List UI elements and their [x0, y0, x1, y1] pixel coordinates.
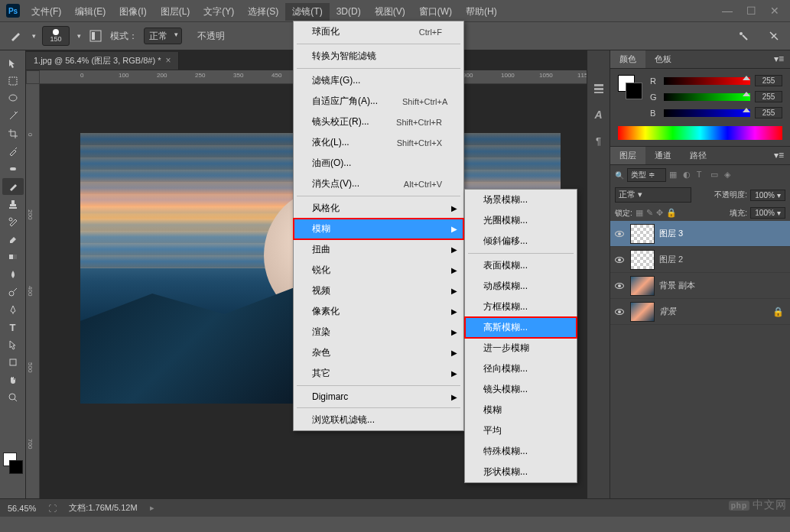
filter-type-select[interactable]: 类型 ≑ [627, 168, 666, 182]
tab-channels[interactable]: 通道 [645, 147, 681, 164]
visibility-toggle[interactable] [613, 231, 626, 237]
blur-menu-item[interactable]: 动感模糊... [465, 276, 577, 297]
r-value[interactable] [755, 75, 782, 86]
filter-menu-item[interactable]: 扭曲▶ [294, 239, 463, 260]
filter-menu-item[interactable]: 转换为智能滤镜 [294, 46, 463, 66]
g-slider[interactable] [664, 93, 750, 101]
dodge-tool[interactable] [2, 284, 24, 300]
paragraph-panel-icon[interactable]: ¶ [591, 133, 606, 148]
layer-thumbnail[interactable] [630, 276, 655, 296]
expand-icon[interactable]: ⛶ [48, 504, 57, 513]
menu-help[interactable]: 帮助(H) [459, 3, 504, 21]
panel-menu-icon[interactable]: ▾≡ [768, 147, 790, 164]
lock-pos-icon[interactable]: ✥ [656, 208, 663, 218]
lock-pixels-icon[interactable]: ✎ [646, 208, 653, 218]
shape-tool[interactable] [2, 354, 24, 371]
blur-menu-item[interactable]: 场景模糊... [465, 190, 577, 210]
b-value[interactable] [755, 107, 782, 118]
history-panel-icon[interactable] [591, 81, 606, 96]
tab-paths[interactable]: 路径 [681, 147, 716, 164]
menu-type[interactable]: 文字(Y) [197, 3, 241, 21]
menu-3d[interactable]: 3D(D) [330, 4, 368, 19]
move-tool[interactable] [2, 55, 24, 72]
blur-menu-item[interactable]: 方框模糊... [465, 297, 577, 317]
layer-thumbnail[interactable] [630, 302, 655, 322]
r-slider[interactable] [664, 77, 750, 85]
filter-menu-item[interactable]: 杂色▶ [294, 342, 463, 363]
filter-pixel-icon[interactable]: ▦ [669, 170, 680, 180]
tablet-pressure-icon[interactable] [766, 28, 782, 44]
close-button[interactable]: ✕ [770, 5, 779, 17]
tab-swatches[interactable]: 色板 [645, 50, 681, 68]
minimize-button[interactable]: — [722, 5, 733, 17]
doc-info[interactable]: 1.76M/5.12M [88, 503, 137, 512]
filter-menu-item[interactable]: 滤镜库(G)... [294, 70, 463, 91]
eraser-tool[interactable] [2, 231, 24, 248]
zoom-tool[interactable] [2, 389, 24, 406]
b-slider[interactable] [664, 109, 750, 117]
filter-menu-item[interactable]: 消失点(V)...Alt+Ctrl+V [294, 174, 463, 194]
filter-smart-icon[interactable]: ◈ [724, 170, 735, 180]
stamp-tool[interactable] [2, 196, 24, 212]
path-select-tool[interactable] [2, 336, 24, 353]
zoom-level[interactable]: 56.45% [8, 504, 36, 513]
document-tab[interactable]: 1.jpg @ 56.4% (图层 3, RGB/8#) * × [26, 52, 179, 70]
brush-tool[interactable] [2, 178, 24, 195]
blur-menu-item[interactable]: 高斯模糊... [465, 317, 577, 338]
history-brush-tool[interactable] [2, 213, 24, 230]
tab-close-icon[interactable]: × [165, 55, 171, 66]
layer-item[interactable]: 背景 副本 [610, 273, 790, 299]
visibility-toggle[interactable] [613, 283, 626, 289]
type-tool[interactable]: T [2, 319, 24, 336]
layer-name[interactable]: 背景 副本 [659, 280, 787, 291]
tool-preset-icon[interactable] [8, 28, 24, 44]
marquee-tool[interactable] [2, 73, 24, 89]
color-swatches[interactable] [3, 453, 23, 474]
background-swatch[interactable] [9, 460, 23, 474]
lock-all-icon[interactable]: 🔒 [666, 208, 677, 218]
filter-menu-item[interactable]: 视频▶ [294, 281, 463, 301]
blur-menu-item[interactable]: 模糊 [465, 400, 577, 420]
filter-menu-item[interactable]: 液化(L)...Shift+Ctrl+X [294, 132, 463, 153]
lasso-tool[interactable] [2, 90, 24, 107]
filter-menu-item[interactable]: 球面化Ctrl+F [294, 21, 463, 42]
filter-menu-item[interactable]: 风格化▶ [294, 198, 463, 219]
maximize-button[interactable]: ☐ [746, 5, 756, 17]
menu-image[interactable]: 图像(I) [112, 3, 153, 21]
filter-menu-item[interactable]: 渲染▶ [294, 322, 463, 342]
dropdown-arrow-icon[interactable]: ▾ [32, 32, 36, 40]
blur-menu-item[interactable]: 镜头模糊... [465, 379, 577, 400]
layer-item[interactable]: 背景 🔒 [610, 299, 790, 325]
blend-mode-select[interactable]: 正常 ▾ [615, 187, 691, 203]
blur-menu-item[interactable]: 平均 [465, 420, 577, 441]
blur-tool[interactable] [2, 266, 24, 283]
blur-menu-item[interactable]: 倾斜偏移... [465, 231, 577, 251]
tab-layers[interactable]: 图层 [610, 147, 645, 164]
filter-menu-item[interactable]: 镜头校正(R)...Shift+Ctrl+R [294, 112, 463, 132]
visibility-toggle[interactable] [613, 309, 626, 315]
visibility-toggle[interactable] [613, 257, 626, 263]
layer-item[interactable]: 图层 3 [610, 221, 790, 247]
tab-color[interactable]: 颜色 [610, 50, 645, 68]
blur-menu-item[interactable]: 特殊模糊... [465, 441, 577, 462]
menu-filter[interactable]: 滤镜(T) [285, 3, 329, 21]
gradient-tool[interactable] [2, 248, 24, 265]
fill-value[interactable]: 100% ▾ [750, 207, 785, 219]
panel-menu-icon[interactable]: ▾≡ [768, 50, 790, 68]
filter-menu-item[interactable]: 浏览联机滤镜... [294, 410, 463, 430]
bg-color[interactable] [626, 83, 642, 99]
filter-menu-item[interactable]: 油画(O)... [294, 153, 463, 174]
filter-menu-item[interactable]: Digimarc▶ [294, 388, 463, 406]
menu-layer[interactable]: 图层(L) [154, 3, 197, 21]
g-value[interactable] [755, 91, 782, 102]
blur-menu-item[interactable]: 表面模糊... [465, 255, 577, 276]
character-panel-icon[interactable]: A [591, 107, 606, 122]
filter-menu-item[interactable]: 像素化▶ [294, 301, 463, 322]
filter-menu-item[interactable]: 模糊▶ [294, 219, 463, 239]
crop-tool[interactable] [2, 125, 24, 142]
layer-name[interactable]: 背景 [659, 306, 768, 317]
blend-mode-select[interactable]: 正常 ▾ [144, 28, 182, 44]
blur-menu-item[interactable]: 径向模糊... [465, 358, 577, 379]
pen-tool[interactable] [2, 301, 24, 318]
dropdown-arrow-icon[interactable]: ▾ [77, 32, 81, 40]
